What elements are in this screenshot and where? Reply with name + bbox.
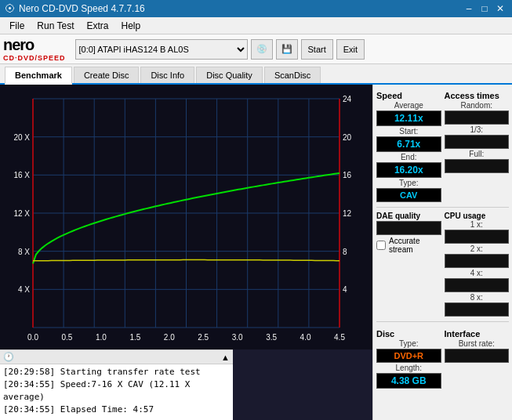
- log-content[interactable]: [20:29:58] Starting transfer rate test […: [0, 364, 233, 420]
- main-area: 🕐 ▲ [20:29:58] Starting transfer rate te…: [0, 85, 512, 420]
- logo-nero: nero: [3, 36, 66, 54]
- tab-benchmark[interactable]: Benchmark: [5, 67, 72, 85]
- interface-header: Interface: [445, 329, 510, 339]
- disc-length-value: 4.38 GB: [376, 373, 441, 389]
- tab-scan-disc[interactable]: ScanDisc: [264, 67, 321, 83]
- disc-type-label: Type:: [376, 339, 441, 348]
- log-header: 🕐 ▲: [0, 350, 233, 364]
- accurate-stream-label: Accurate stream: [389, 237, 441, 254]
- accurate-stream-checkbox[interactable]: [376, 241, 386, 250]
- app-icon: 🖸: [5, 3, 14, 14]
- random-label: Random:: [445, 101, 510, 110]
- dae-quality-header: DAE quality: [376, 212, 441, 220]
- end-value: 16.20x: [376, 162, 441, 178]
- start-label: Start:: [376, 127, 441, 136]
- cpu-4x-label: 4 x:: [445, 269, 510, 277]
- logo-sub: CD·DVD/SPEED: [3, 54, 66, 62]
- burst-rate-value: [445, 349, 510, 363]
- log-line-2: [20:34:55] Speed:7-16 X CAV (12.11 X ave…: [3, 378, 230, 404]
- full-label: Full:: [445, 150, 510, 158]
- disc-icon-button[interactable]: 💿: [251, 39, 273, 60]
- save-icon-button[interactable]: 💾: [276, 39, 298, 60]
- cpu-8x-value: [445, 302, 510, 317]
- access-times-header: Access times: [445, 91, 510, 100]
- close-button[interactable]: ✕: [493, 2, 507, 16]
- menu-run-test[interactable]: Run Test: [31, 19, 80, 33]
- tab-create-disc[interactable]: Create Disc: [74, 67, 139, 83]
- full-value: [445, 159, 510, 173]
- cpu-4x-value: [445, 278, 510, 292]
- start-value: 6.71x: [376, 136, 441, 152]
- chart-area: 🕐 ▲ [20:29:58] Starting transfer rate te…: [0, 85, 372, 420]
- average-label: Average: [376, 101, 441, 110]
- type-value: CAV: [376, 188, 441, 202]
- disc-length-label: Length:: [376, 364, 441, 372]
- end-label: End:: [376, 153, 441, 161]
- random-value: [445, 110, 510, 125]
- cpu-1x-label: 1 x:: [445, 220, 510, 229]
- disc-type-value: DVD+R: [376, 349, 441, 363]
- maximize-button[interactable]: □: [478, 2, 492, 16]
- drive-select[interactable]: [0:0] ATAPI iHAS124 B AL0S: [75, 39, 248, 60]
- disc-header: Disc: [376, 329, 441, 339]
- right-panel: Speed Average 12.11x Start: 6.71x End: 1…: [372, 85, 512, 420]
- cpu-usage-header: CPU usage: [445, 212, 510, 220]
- one-third-label: 1/3:: [445, 125, 510, 134]
- tab-disc-quality[interactable]: Disc Quality: [196, 67, 263, 83]
- average-value: 12.11x: [376, 110, 441, 126]
- menu-extra[interactable]: Extra: [80, 19, 114, 33]
- log-area: 🕐 ▲ [20:29:58] Starting transfer rate te…: [0, 349, 233, 420]
- cpu-1x-value: [445, 230, 510, 244]
- log-header-icon: 🕐: [3, 352, 14, 362]
- menu-help[interactable]: Help: [115, 19, 147, 33]
- dae-quality-value: [376, 221, 441, 235]
- logo: nero CD·DVD/SPEED: [3, 36, 66, 62]
- menu-file[interactable]: File: [3, 19, 31, 33]
- cpu-8x-label: 8 x:: [445, 293, 510, 302]
- type-label: Type:: [376, 179, 441, 187]
- cpu-2x-label: 2 x:: [445, 244, 510, 253]
- menu-bar: File Run Test Extra Help: [0, 17, 512, 34]
- one-third-value: [445, 135, 510, 149]
- tab-disc-info[interactable]: Disc Info: [140, 67, 194, 83]
- toolbar: nero CD·DVD/SPEED [0:0] ATAPI iHAS124 B …: [0, 34, 512, 64]
- exit-button[interactable]: Exit: [336, 39, 365, 60]
- title-text: Nero CD-DVD Speed 4.7.7.16: [19, 3, 145, 14]
- log-line-3: [20:34:55] Elapsed Time: 4:57: [3, 404, 230, 416]
- tabs-bar: Benchmark Create Disc Disc Info Disc Qua…: [0, 64, 512, 85]
- title-bar: 🖸 Nero CD-DVD Speed 4.7.7.16 – □ ✕: [0, 0, 512, 17]
- cpu-2x-value: [445, 254, 510, 268]
- log-line-1: [20:29:58] Starting transfer rate test: [3, 366, 230, 378]
- burst-rate-label: Burst rate:: [445, 339, 510, 348]
- log-scroll-up[interactable]: ▲: [221, 353, 230, 362]
- speed-header: Speed: [376, 91, 441, 100]
- minimize-button[interactable]: –: [462, 2, 476, 16]
- start-button[interactable]: Start: [301, 39, 333, 60]
